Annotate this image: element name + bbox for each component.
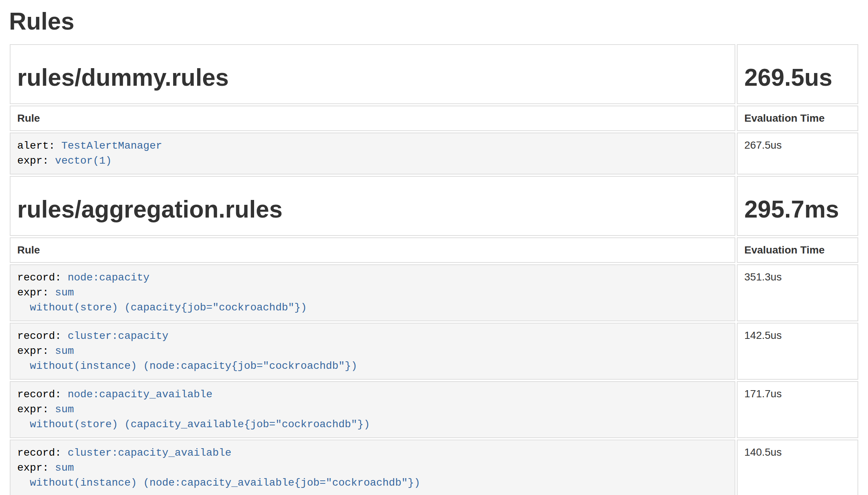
rule-group-file: rules/dummy.rules: [17, 64, 728, 91]
rule-group-file-cell: rules/aggregation.rules: [10, 176, 735, 236]
time-column-header: Evaluation Time: [737, 106, 858, 131]
record-name-link[interactable]: node:capacity_available: [67, 389, 212, 400]
rule-keyword: expr:: [17, 462, 49, 474]
rule-keyword: alert:: [17, 140, 55, 152]
rule-eval-time: 171.7us: [737, 381, 858, 438]
rule-definition: record: cluster:capacity_available expr:…: [17, 446, 728, 491]
rule-expr-link[interactable]: sum without(instance) (node:capacity{job…: [17, 345, 357, 372]
rule-keyword: expr:: [17, 345, 49, 357]
rule-definition: record: node:capacity expr: sum without(…: [17, 270, 728, 315]
rule-eval-time: 267.5us: [737, 133, 858, 174]
rule-definition: alert: TestAlertManager expr: vector(1): [17, 139, 728, 168]
rule-keyword: expr:: [17, 404, 49, 415]
rule-group-eval-time: 295.7ms: [744, 196, 851, 222]
page-title: Rules: [9, 8, 860, 34]
rule-group-file-cell: rules/dummy.rules: [10, 44, 735, 104]
rule-row: record: node:capacity expr: sum without(…: [10, 264, 858, 321]
rule-eval-time: 351.3us: [737, 264, 858, 321]
rule-definition-cell: record: cluster:capacity_available expr:…: [10, 440, 735, 495]
rule-eval-time: 142.5us: [737, 323, 858, 380]
rule-row: record: cluster:capacity_available expr:…: [10, 440, 858, 495]
rule-definition-cell: record: cluster:capacity expr: sum witho…: [10, 323, 735, 380]
rule-definition-cell: record: node:capacity expr: sum without(…: [10, 264, 735, 321]
record-name-link[interactable]: cluster:capacity: [67, 330, 168, 342]
rule-group-eval-time-cell: 295.7ms: [737, 176, 858, 236]
rule-group-header-row: rules/dummy.rules 269.5us: [10, 44, 858, 104]
rule-keyword: record:: [17, 330, 61, 342]
rule-keyword: record:: [17, 389, 61, 400]
rule-row: record: cluster:capacity expr: sum witho…: [10, 323, 858, 380]
rule-expr-link[interactable]: sum without(instance) (node:capacity_ava…: [17, 462, 420, 489]
rule-expr-link[interactable]: vector(1): [55, 155, 112, 167]
rule-keyword: expr:: [17, 155, 49, 167]
rule-group-eval-time: 269.5us: [744, 64, 851, 91]
rules-table: rules/dummy.rules 269.5us Rule Evaluatio…: [8, 43, 860, 495]
rule-definition-cell: alert: TestAlertManager expr: vector(1): [10, 133, 735, 174]
rule-column-header: Rule: [10, 237, 735, 263]
rule-eval-time: 140.5us: [737, 440, 858, 495]
rules-page: Rules rules/dummy.rules 269.5us Rule Eva…: [0, 0, 868, 495]
rule-keyword: expr:: [17, 287, 49, 298]
time-column-header: Evaluation Time: [737, 237, 858, 263]
rule-group-header-row: rules/aggregation.rules 295.7ms: [10, 176, 858, 236]
rule-definition: record: node:capacity_available expr: su…: [17, 387, 728, 432]
rule-column-header: Rule: [10, 106, 735, 131]
rule-keyword: record:: [17, 272, 61, 283]
rule-expr-link[interactable]: sum without(store) (capacity_available{j…: [17, 404, 370, 430]
rule-row: alert: TestAlertManager expr: vector(1) …: [10, 133, 858, 174]
rule-definition: record: cluster:capacity expr: sum witho…: [17, 329, 728, 374]
alert-name-link[interactable]: TestAlertManager: [61, 140, 162, 152]
record-name-link[interactable]: cluster:capacity_available: [67, 447, 231, 459]
rule-row: record: node:capacity_available expr: su…: [10, 381, 858, 438]
column-header-row: Rule Evaluation Time: [10, 237, 858, 263]
rule-keyword: record:: [17, 447, 61, 459]
column-header-row: Rule Evaluation Time: [10, 106, 858, 131]
rule-group-eval-time-cell: 269.5us: [737, 44, 858, 104]
rule-group-file: rules/aggregation.rules: [17, 196, 728, 222]
rule-definition-cell: record: node:capacity_available expr: su…: [10, 381, 735, 438]
rule-expr-link[interactable]: sum without(store) (capacity{job="cockro…: [17, 287, 307, 313]
record-name-link[interactable]: node:capacity: [67, 272, 149, 283]
